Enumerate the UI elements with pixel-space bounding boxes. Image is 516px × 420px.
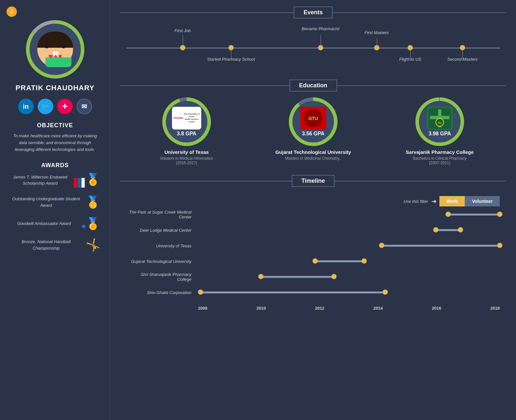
edu-name: University of Texas <box>165 149 209 155</box>
gantt-track <box>198 276 500 278</box>
award-medal-icon: 🔵🏅 <box>82 217 100 230</box>
edu-gpa: 3.98 GPA <box>428 131 451 137</box>
gantt-dot-start <box>433 227 438 232</box>
gantt-bar <box>198 291 385 293</box>
gantt-chart: The Park at Sugar Creek Medical Center D… <box>127 210 500 311</box>
edu-name: Gujarat Technological University <box>275 149 351 155</box>
timeline-filter: Use this filter ➜ Work Volunteer <box>127 196 500 206</box>
spc-logo: Rx <box>427 107 453 130</box>
sidebar: i PRATIK CHAUDHARY <box>0 0 110 420</box>
award-label: Goodwill Ambassador Award <box>10 220 79 227</box>
gantt-dot-start <box>379 243 384 248</box>
edu-card-gtu: GTU 3.56 GPA Gujarat Technological Unive… <box>253 97 373 165</box>
edu-years: (2015-2017) <box>176 161 197 165</box>
table-row: Shiv-Shakti Corporation <box>127 288 500 297</box>
list-item: James T. Willerson Endowed Scholarship A… <box>6 173 104 187</box>
timeline-section: Timeline Use this filter ➜ Work Voluntee… <box>120 172 506 417</box>
volunteer-filter-button[interactable]: Volunteer <box>465 196 500 206</box>
events-heading: Events <box>294 6 332 19</box>
gantt-label: Deer Lodge Medical Center <box>127 228 198 233</box>
header-line-right <box>335 181 506 181</box>
plus-icon[interactable]: ✛ <box>57 99 73 114</box>
gantt-year: 2008 <box>198 306 207 311</box>
table-row: The Park at Sugar Creek Medical Center <box>127 210 500 219</box>
timeline-heading: Timeline <box>292 175 335 187</box>
filter-arrow-icon: ➜ <box>431 197 437 205</box>
gantt-dot-start <box>313 258 318 264</box>
event-label: Second Masters <box>447 57 478 62</box>
edu-gpa: 3.56 GPA <box>302 131 324 137</box>
table-row: Gujarat Technological University <box>127 256 500 266</box>
award-medal-icon: 🏅 <box>74 173 100 187</box>
gantt-year: 2016 <box>432 306 441 311</box>
edu-ring: UTHealth The University of TexasHealth S… <box>162 97 211 146</box>
linkedin-icon[interactable]: in <box>18 99 34 114</box>
gantt-bar <box>258 276 334 278</box>
table-row: Deer Lodge Medical Center <box>127 225 500 235</box>
gantt-year: 2012 <box>315 306 324 311</box>
info-icon[interactable]: i <box>6 6 17 17</box>
header-line-right <box>333 12 506 13</box>
timeline-chart: Use this filter ➜ Work Volunteer The Par… <box>120 193 506 324</box>
awards-section: AWARDS James T. Willerson Endowed Schola… <box>6 162 104 259</box>
education-section: Education UTHealth The University of Tex… <box>120 76 506 165</box>
event-label: Started Pharmacy School <box>207 57 255 62</box>
gantt-track <box>198 260 500 263</box>
gantt-dot-end <box>497 243 502 248</box>
gantt-label: The Park at Sugar Creek Medical Center <box>127 210 198 219</box>
events-timeline: First Job Started Pharmacy School Became… <box>127 24 500 70</box>
gantt-track <box>198 229 500 231</box>
gantt-track <box>198 213 500 216</box>
list-item: Outstanding Undergraduate Student Award … <box>6 195 104 209</box>
gantt-bar <box>446 214 500 216</box>
avatar-inner <box>30 24 81 75</box>
main-content: Events First Job Started Pharmacy School… <box>110 0 516 420</box>
education-heading: Education <box>289 80 337 92</box>
gantt-year: 2010 <box>256 306 266 311</box>
edu-name: Sarvajanik Pharmacy College <box>406 149 473 155</box>
email-icon[interactable]: ✉ <box>77 99 92 114</box>
objective-heading: OBJECTIVE <box>37 122 73 129</box>
objective-text: To make healthcare more efficient by mak… <box>6 133 104 153</box>
gantt-year: 2014 <box>374 306 383 311</box>
edu-degree: Bachelors in Clinical Pharmacy <box>413 156 466 161</box>
event-label: First Job <box>175 28 191 33</box>
gantt-bar <box>313 260 364 262</box>
award-label: Bronze, National Handball Championship <box>10 239 82 251</box>
twitter-icon[interactable]: 🐦 <box>38 99 53 114</box>
edu-ring: GTU 3.56 GPA <box>289 97 338 146</box>
edu-card-ut: UTHealth The University of TexasHealth S… <box>127 97 247 165</box>
gantt-dot-end <box>383 290 388 295</box>
edu-ring-inner: GTU 3.56 GPA <box>292 101 334 142</box>
svg-text:Rx: Rx <box>438 121 442 124</box>
award-label: James T. Willerson Endowed Scholarship A… <box>10 174 70 187</box>
edu-ring-inner: Rx 3.98 GPA <box>419 101 461 142</box>
filter-label: Use this filter <box>404 199 428 204</box>
avatar <box>34 28 76 70</box>
gantt-label: University of Texas <box>127 243 198 248</box>
events-section: Events First Job Started Pharmacy School… <box>120 3 506 70</box>
event-label: Flight to US <box>399 57 421 62</box>
education-header: Education <box>120 80 506 92</box>
gantt-bar <box>379 245 500 247</box>
edu-degree: Masters in Medicinal Chemistry.. <box>285 156 341 161</box>
edu-ring-inner: UTHealth The University of TexasHealth S… <box>166 101 207 142</box>
gantt-dot-end <box>362 258 367 264</box>
ut-logo: UTHealth The University of TexasHealth S… <box>172 107 201 130</box>
gantt-label: Gujarat Technological University <box>127 259 198 264</box>
edu-ring: Rx 3.98 GPA <box>415 97 464 146</box>
event-label: First Masters <box>364 30 389 35</box>
edu-gpa: 3.8 GPA <box>177 131 196 137</box>
gantt-label: Shri Sharvajanik Pharmacy College <box>127 272 198 282</box>
table-row: University of Texas <box>127 241 500 251</box>
awards-heading: AWARDS <box>6 162 104 169</box>
gantt-track <box>198 244 500 247</box>
avatar-ring <box>26 20 84 79</box>
header-line-left <box>120 85 289 86</box>
gantt-dot-end <box>458 227 463 232</box>
header-line-left <box>120 181 292 181</box>
award-medal-icon: 🥇 <box>86 195 100 209</box>
award-label: Outstanding Undergraduate Student Award <box>10 196 82 208</box>
work-filter-button[interactable]: Work <box>439 196 465 206</box>
event-tick <box>377 38 377 48</box>
